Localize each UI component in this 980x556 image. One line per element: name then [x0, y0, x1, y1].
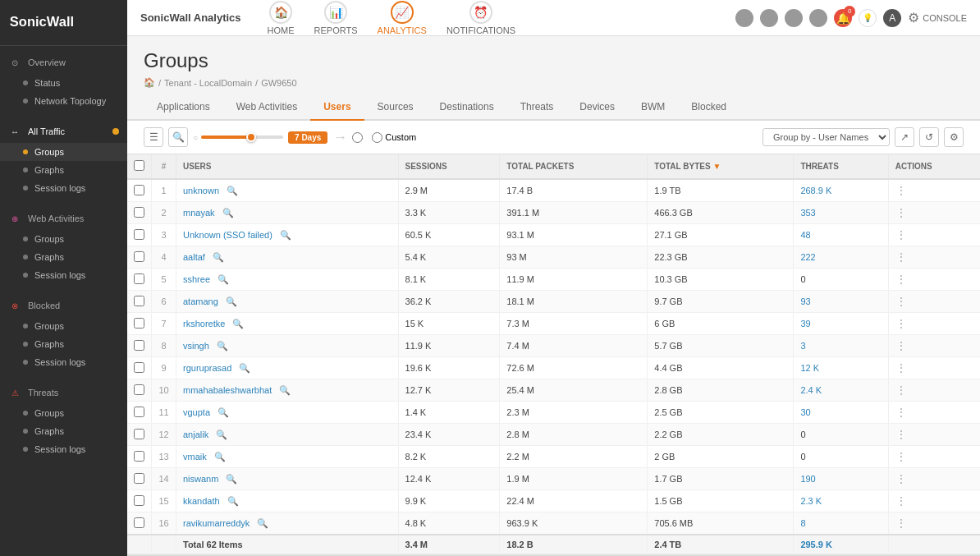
row-threats[interactable]: 39 — [794, 313, 888, 335]
slider-thumb[interactable] — [246, 132, 256, 142]
row-search-icon[interactable]: 🔍 — [279, 385, 291, 395]
row-actions[interactable]: ⋮ — [888, 202, 980, 224]
row-user[interactable]: kkandath 🔍 — [176, 490, 399, 512]
tab-applications[interactable]: Applications — [144, 94, 223, 121]
row-user[interactable]: aaltaf 🔍 — [176, 246, 399, 269]
sidebar-blocked[interactable]: ⊗ Blocked — [0, 294, 127, 317]
time-slider[interactable]: ○ — [193, 133, 283, 142]
row-checkbox[interactable] — [127, 335, 152, 357]
row-checkbox[interactable] — [127, 468, 152, 490]
breadcrumb-gw[interactable]: GW9650 — [261, 78, 296, 88]
radio-input-1[interactable] — [352, 132, 363, 143]
breadcrumb-home-icon[interactable]: 🏠 — [144, 77, 155, 88]
row-actions[interactable]: ⋮ — [888, 246, 980, 269]
row-action-icon[interactable]: ⋮ — [895, 517, 907, 530]
row-search-icon[interactable]: 🔍 — [217, 341, 228, 351]
row-search-icon[interactable]: 🔍 — [213, 252, 224, 262]
nav-analytics[interactable]: 📈 ANALYTICS — [378, 1, 427, 35]
row-action-icon[interactable]: ⋮ — [895, 317, 907, 330]
sidebar-item-bl-session-logs[interactable]: Session logs — [0, 353, 127, 371]
row-search-icon[interactable]: 🔍 — [214, 452, 226, 462]
row-threats[interactable]: 222 — [794, 246, 888, 269]
radio-input-custom[interactable] — [372, 132, 382, 143]
sidebar-all-traffic[interactable]: ↔ All Traffic — [0, 120, 127, 143]
row-action-icon[interactable]: ⋮ — [895, 361, 907, 374]
row-action-icon[interactable]: ⋮ — [895, 228, 907, 241]
row-actions[interactable]: ⋮ — [888, 424, 980, 446]
row-threats[interactable]: 93 — [794, 291, 888, 313]
nav-reports[interactable]: 📊 REPORTS — [314, 1, 358, 35]
sidebar-item-wa-session-logs[interactable]: Session logs — [0, 266, 127, 284]
row-user[interactable]: Unknown (SSO failed) 🔍 — [176, 224, 399, 246]
row-checkbox[interactable] — [127, 269, 152, 291]
export-button[interactable]: ↗ — [895, 127, 914, 147]
refresh-button[interactable]: ↺ — [919, 127, 939, 147]
row-user[interactable]: unknown 🔍 — [176, 179, 399, 202]
row-user[interactable]: mnayak 🔍 — [176, 202, 399, 224]
row-actions[interactable]: ⋮ — [888, 224, 980, 246]
sidebar-overview[interactable]: ⊙ Overview — [0, 51, 127, 74]
row-action-icon[interactable]: ⋮ — [895, 472, 907, 485]
row-search-icon[interactable]: 🔍 — [232, 319, 244, 329]
row-action-icon[interactable]: ⋮ — [895, 184, 907, 197]
sidebar-item-bl-graphs[interactable]: Graphs — [0, 335, 127, 353]
sidebar-item-wa-groups[interactable]: Groups — [0, 230, 127, 248]
row-actions[interactable]: ⋮ — [888, 402, 980, 424]
row-user[interactable]: ravikumarreddyk 🔍 — [176, 512, 399, 535]
row-user[interactable]: vsingh 🔍 — [176, 335, 399, 357]
row-action-icon[interactable]: ⋮ — [895, 450, 907, 463]
tab-users[interactable]: Users — [310, 94, 364, 121]
row-search-icon[interactable]: 🔍 — [226, 296, 237, 306]
row-action-icon[interactable]: ⋮ — [895, 406, 907, 419]
row-action-icon[interactable]: ⋮ — [895, 250, 907, 264]
row-checkbox[interactable] — [127, 490, 152, 512]
row-search-icon[interactable]: 🔍 — [257, 518, 268, 528]
sidebar-item-th-groups[interactable]: Groups — [0, 404, 127, 422]
sidebar-item-bl-groups[interactable]: Groups — [0, 317, 127, 335]
row-threats[interactable]: 268.9 K — [794, 179, 888, 202]
row-user[interactable]: anjalik 🔍 — [176, 424, 399, 446]
row-user[interactable]: vgupta 🔍 — [176, 402, 399, 424]
tab-bwm[interactable]: BWM — [628, 94, 678, 121]
tab-sources[interactable]: Sources — [364, 94, 427, 121]
row-checkbox[interactable] — [127, 313, 152, 335]
row-threats[interactable]: 353 — [794, 202, 888, 224]
row-user[interactable]: sshree 🔍 — [176, 269, 399, 291]
sidebar-item-graphs[interactable]: Graphs — [0, 161, 127, 179]
row-actions[interactable]: ⋮ — [888, 379, 980, 402]
row-threats[interactable]: 8 — [794, 512, 888, 535]
row-threats[interactable]: 2.3 K — [794, 490, 888, 512]
tab-web-activities[interactable]: Web Activities — [223, 94, 310, 121]
row-search-icon[interactable]: 🔍 — [222, 208, 234, 218]
row-action-icon[interactable]: ⋮ — [895, 339, 907, 352]
tab-destinations[interactable]: Destinations — [427, 94, 507, 121]
row-checkbox[interactable] — [127, 246, 152, 269]
row-threats[interactable]: 30 — [794, 402, 888, 424]
row-actions[interactable]: ⋮ — [888, 512, 980, 535]
notification-badge[interactable]: 🔔 0 — [834, 9, 852, 27]
row-action-icon[interactable]: ⋮ — [895, 206, 907, 219]
row-user[interactable]: mmahabaleshwarbhat 🔍 — [176, 379, 399, 402]
row-actions[interactable]: ⋮ — [888, 313, 980, 335]
row-threats[interactable]: 12 K — [794, 357, 888, 379]
bulb-icon[interactable]: 💡 — [859, 9, 877, 27]
nav-notifications[interactable]: ⏰ NOTIFICATIONS — [446, 1, 515, 35]
row-user[interactable]: atamang 🔍 — [176, 291, 399, 313]
row-search-icon[interactable]: 🔍 — [216, 430, 227, 439]
row-user[interactable]: rkshoretke 🔍 — [176, 313, 399, 335]
row-checkbox[interactable] — [127, 424, 152, 446]
row-checkbox[interactable] — [127, 402, 152, 424]
tab-devices[interactable]: Devices — [566, 94, 628, 121]
row-actions[interactable]: ⋮ — [888, 357, 980, 379]
row-search-icon[interactable]: 🔍 — [226, 474, 237, 484]
row-actions[interactable]: ⋮ — [888, 291, 980, 313]
console-button[interactable]: ⚙ CONSOLE — [908, 10, 967, 25]
slider-track[interactable] — [201, 136, 283, 139]
user-avatar[interactable]: A — [883, 9, 901, 27]
sidebar-item-network-topology[interactable]: Network Topology — [0, 92, 127, 110]
tab-threats[interactable]: Threats — [507, 94, 567, 121]
sidebar-item-status[interactable]: Status — [0, 74, 127, 92]
sidebar-item-th-graphs[interactable]: Graphs — [0, 422, 127, 440]
sidebar-threats[interactable]: ⚠ Threats — [0, 381, 127, 404]
row-actions[interactable]: ⋮ — [888, 490, 980, 512]
